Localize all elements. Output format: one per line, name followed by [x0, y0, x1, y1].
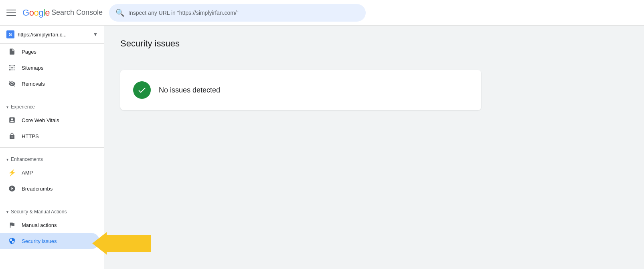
sidebar-item-https[interactable]: HTTPS — [0, 128, 99, 144]
sidebar-section-enhancements: ▾ Enhancements ⚡ AMP Breadcrumbs — [0, 151, 104, 197]
sidebar-item-cwv-label: Core Web Vitals — [22, 117, 59, 123]
sidebar-item-pages-label: Pages — [22, 49, 36, 55]
title-divider — [120, 57, 628, 57]
amp-icon: ⚡ — [8, 169, 16, 177]
check-circle-icon — [133, 81, 151, 99]
sidebar-item-core-web-vitals[interactable]: Core Web Vitals — [0, 112, 99, 128]
sidebar-section-security: ▾ Security & Manual Actions Manual actio… — [0, 203, 104, 249]
site-favicon: S — [6, 30, 14, 38]
manual-icon — [8, 221, 16, 229]
sidebar: S https://simplyirfan.c... ▼ Pages — [0, 26, 104, 269]
sidebar-section-experience: ▾ Experience Core Web Vitals HTTPS — [0, 98, 104, 144]
sidebar-item-security-issues-label: Security issues — [22, 238, 57, 244]
search-icon: 🔍 — [115, 8, 124, 17]
site-dropdown-arrow: ▼ — [93, 32, 98, 37]
sidebar-item-amp-label: AMP — [22, 170, 33, 176]
experience-section-header[interactable]: ▾ Experience — [0, 98, 104, 112]
hamburger-button[interactable] — [6, 8, 16, 18]
divider-1 — [0, 95, 104, 95]
top-header: Google Search Console 🔍 Inspect any URL … — [0, 0, 644, 26]
no-issues-text: No issues detected — [159, 86, 220, 94]
pages-icon — [8, 48, 16, 56]
logo-area: Google Search Console — [22, 8, 103, 18]
divider-3 — [0, 200, 104, 200]
sidebar-item-https-label: HTTPS — [22, 133, 39, 139]
main-content: Security issues No issues detected — [104, 26, 644, 269]
site-url: https://simplyirfan.c... — [18, 32, 90, 38]
cwv-icon — [8, 116, 16, 124]
body-layout: S https://simplyirfan.c... ▼ Pages — [0, 26, 644, 269]
console-text: Search Console — [51, 8, 103, 17]
url-search-bar[interactable]: 🔍 Inspect any URL in "https://simplyirfa… — [109, 4, 366, 22]
removals-icon — [8, 80, 16, 88]
sidebar-item-pages[interactable]: Pages — [0, 44, 99, 60]
site-selector[interactable]: S https://simplyirfan.c... ▼ — [0, 26, 104, 44]
sidebar-item-sitemaps[interactable]: Sitemaps — [0, 60, 99, 76]
page-title: Security issues — [120, 38, 628, 49]
sidebar-item-breadcrumbs[interactable]: Breadcrumbs — [0, 181, 99, 197]
security-arrow-icon: ▾ — [6, 210, 8, 214]
experience-arrow-icon: ▾ — [6, 105, 8, 109]
sidebar-item-manual-actions-label: Manual actions — [22, 222, 57, 228]
enhancements-section-header[interactable]: ▾ Enhancements — [0, 151, 104, 165]
sitemaps-icon — [8, 64, 16, 72]
sidebar-item-sitemaps-label: Sitemaps — [22, 65, 43, 71]
sidebar-item-removals[interactable]: Removals — [0, 76, 99, 92]
sidebar-item-removals-label: Removals — [22, 81, 45, 87]
security-issues-icon — [8, 237, 16, 245]
sidebar-section-indexing: Pages Sitemaps Removals — [0, 44, 104, 92]
divider-2 — [0, 147, 104, 148]
search-placeholder: Inspect any URL in "https://simplyirfan.… — [128, 10, 239, 16]
sidebar-item-security-issues[interactable]: Security issues — [0, 233, 99, 249]
enhancements-section-label: Enhancements — [11, 157, 43, 162]
breadcrumbs-icon — [8, 185, 16, 193]
sidebar-item-manual-actions[interactable]: Manual actions — [0, 217, 99, 233]
security-section-label: Security & Manual Actions — [11, 209, 67, 215]
security-section-header[interactable]: ▾ Security & Manual Actions — [0, 203, 104, 217]
google-logo: Google — [22, 8, 50, 18]
sidebar-item-breadcrumbs-label: Breadcrumbs — [22, 186, 53, 192]
https-icon — [8, 132, 16, 140]
experience-section-label: Experience — [11, 104, 35, 110]
no-issues-card: No issues detected — [120, 70, 481, 110]
sidebar-item-amp[interactable]: ⚡ AMP — [0, 165, 99, 181]
enhancements-arrow-icon: ▾ — [6, 157, 8, 162]
